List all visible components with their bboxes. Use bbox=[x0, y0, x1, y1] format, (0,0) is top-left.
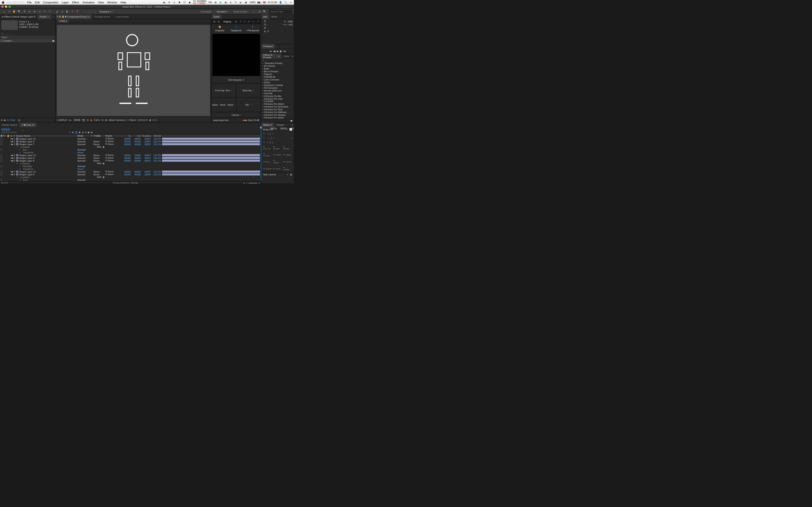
motion-curve-btn[interactable]: ∟ bbox=[267, 137, 270, 139]
local-axis[interactable]: ⫰ bbox=[83, 9, 87, 14]
motion-stare-button[interactable]: ✦ STARE bbox=[283, 166, 292, 171]
motion-knob[interactable] bbox=[263, 141, 265, 143]
motion-curve-btn[interactable]: ⌐ bbox=[267, 141, 269, 144]
rig-digitigrade[interactable]: 🐾Digitigrade bbox=[228, 25, 245, 32]
view-axis[interactable]: ⫮ bbox=[93, 9, 97, 14]
task-launch[interactable]: Task Launch▾🗑 bbox=[261, 172, 294, 177]
status-icon[interactable]: ◉ bbox=[188, 1, 191, 4]
first-frame-button[interactable]: ⏮ bbox=[269, 50, 272, 53]
menu-view[interactable]: View bbox=[98, 1, 104, 4]
motion-curve-btn[interactable]: ⌐ bbox=[267, 132, 269, 135]
menu-composition[interactable]: Composition bbox=[43, 1, 58, 4]
layer-row[interactable]: ▾ ■8Shape Layer 5Normal▾None▾⥀ None▾0000… bbox=[0, 173, 261, 176]
mag-dropdown[interactable]: ▫ (100%) ▾ bbox=[56, 119, 67, 121]
timeline-search[interactable]: ⌕ bbox=[22, 129, 23, 131]
motion-spin-button[interactable]: ✦ SPIN bbox=[273, 167, 282, 170]
graph-editor-button[interactable]: ⊞ bbox=[91, 131, 93, 134]
next-frame-button[interactable]: ▮▸ bbox=[280, 50, 282, 53]
current-timecode[interactable]: 00000 bbox=[1, 128, 19, 131]
pen-tool[interactable]: ✎ bbox=[42, 9, 47, 14]
menu-help[interactable]: Help bbox=[120, 1, 126, 4]
layer-row[interactable]: ▸ ■1Shape Layer 14Normal▾⥀ None▾00000000… bbox=[0, 137, 261, 140]
tab-info[interactable]: Info bbox=[261, 14, 269, 19]
volume-icon[interactable]: 🔈 bbox=[239, 1, 242, 4]
layer-row[interactable]: ▸ ■4Shape Layer 13Normal▾None▾⥀ None▾000… bbox=[0, 154, 261, 157]
bpc-toggle[interactable]: 8 bpc bbox=[10, 119, 15, 121]
back-leg-button[interactable]: Back leg ⤹ bbox=[237, 83, 261, 97]
project-item-comp1[interactable]: Comp 1 🖿 bbox=[0, 39, 55, 43]
tab-project[interactable]: Project ≡ bbox=[38, 14, 52, 19]
fx-category[interactable]: FxFactory Pro Halftones bbox=[261, 111, 294, 114]
menu-window[interactable]: Window bbox=[107, 1, 117, 4]
menu-effect[interactable]: Effect bbox=[72, 1, 79, 4]
layer-row[interactable]: ▸ ArmNormal▾ bbox=[0, 148, 261, 151]
workspace-standard[interactable]: Standard ≡ bbox=[214, 10, 231, 13]
panel-menu[interactable]: » bbox=[291, 124, 294, 126]
res-dropdown[interactable]: Full ▾ bbox=[94, 119, 100, 121]
frame-current[interactable]: 00000 bbox=[74, 119, 80, 121]
status-icon[interactable]: ⓘ bbox=[183, 1, 186, 4]
fx-category[interactable]: FxFactory Pro Glow bbox=[261, 108, 294, 111]
status-icon[interactable]: ▤ bbox=[224, 1, 227, 4]
fx-category[interactable]: francois-tarlier.com bbox=[261, 89, 294, 92]
brush-tool[interactable]: 🖌 bbox=[55, 9, 59, 14]
cancel-button[interactable]: Cancel « bbox=[211, 112, 261, 118]
rig-plantigrade[interactable]: 🚶• Plantigrade bbox=[245, 25, 261, 32]
status-icon[interactable]: ⊞ bbox=[214, 1, 217, 4]
toggle-switches-button[interactable]: ⊕ ⊡ {} bbox=[1, 182, 8, 183]
motion-curve-btn[interactable]: ⌐ bbox=[273, 137, 274, 139]
layer-row[interactable]: ▾ ■6Shape Layer 6Normal▾None▾⥀ None▾0000… bbox=[0, 159, 261, 162]
spotlight-icon[interactable]: 🔍 bbox=[284, 1, 287, 4]
motion-excite-button[interactable]: ✦ EXCITE bbox=[263, 145, 272, 151]
motion-orbit-button[interactable]: ✦ ORBIT bbox=[273, 159, 282, 164]
panel-menu[interactable]: » bbox=[52, 15, 55, 18]
status-icon[interactable]: ⟳ bbox=[168, 1, 171, 4]
motion-curve-btn[interactable]: │ bbox=[270, 141, 271, 144]
motion-null-button[interactable]: ✦ NULL bbox=[263, 160, 272, 164]
motion-curve-btn[interactable]: ¬ bbox=[272, 132, 273, 135]
layer-row[interactable]: ▸ ■5Shape Layer 8Normal▾None▾⥀ None▾0000… bbox=[0, 157, 261, 159]
fx-category[interactable]: FxFactory Pro Distort bbox=[261, 103, 294, 105]
motion-burst-button[interactable]: ✦ BURST bbox=[283, 145, 292, 151]
notifications-icon[interactable]: ≡ bbox=[289, 1, 292, 4]
rig-ungulate[interactable]: 🐴Ungulate bbox=[211, 25, 228, 32]
roto-tool[interactable]: ✧ bbox=[70, 9, 74, 14]
motion-clone-button[interactable]: ✦ CLONE bbox=[263, 152, 272, 157]
frame-blend-toggle[interactable]: ⧈ bbox=[85, 131, 87, 134]
tl-tool[interactable]: ◐ bbox=[79, 131, 81, 134]
duik-settings-icon[interactable]: ? bbox=[256, 20, 260, 23]
fx-category[interactable]: Audio bbox=[261, 67, 294, 70]
fx-category[interactable]: Distort bbox=[261, 81, 294, 84]
layer-row[interactable]: ▾ ContentsAdd: ◑ bbox=[0, 146, 261, 148]
menu-layer[interactable]: Layer bbox=[62, 1, 69, 4]
user-icon[interactable]: 👤 bbox=[279, 1, 282, 4]
cc-icon[interactable]: ◧ bbox=[219, 1, 222, 4]
toggle-modes-button[interactable]: Toggle Switches / Modes bbox=[113, 182, 139, 183]
minimize-button[interactable] bbox=[5, 5, 7, 8]
menu-edit[interactable]: Edit bbox=[35, 1, 40, 4]
last-frame-button[interactable]: ⏭ bbox=[284, 50, 286, 53]
workspace-small[interactable]: Small Screen bbox=[231, 10, 250, 13]
bluetooth-icon[interactable]: ⧖ bbox=[229, 1, 232, 4]
fx-category[interactable]: Blur & Sharpen bbox=[261, 70, 294, 73]
motion-blur-toggle[interactable]: ◉ bbox=[88, 131, 90, 134]
grid-button[interactable]: ⊞ bbox=[105, 119, 107, 121]
fx-category[interactable]: FxFactory Pro Blur bbox=[261, 95, 294, 98]
full-character-button[interactable]: Full character ⋔ bbox=[211, 77, 261, 83]
tl-tool[interactable]: ⥊ bbox=[69, 131, 71, 134]
duik-url[interactable]: www.duduf.net bbox=[213, 119, 229, 121]
menu-animation[interactable]: Animation bbox=[83, 1, 95, 4]
layer-row[interactable]: ▾ ContentsAdd: ◑ bbox=[0, 176, 261, 178]
tab-footage[interactable]: Footage (none) bbox=[92, 15, 113, 18]
menu-file[interactable]: File bbox=[27, 1, 32, 4]
layer-row[interactable]: ▸ FootNormal▾ bbox=[0, 178, 261, 181]
maximize-button[interactable] bbox=[8, 5, 11, 8]
search-icon[interactable]: 🔍 bbox=[262, 9, 267, 14]
world-axis[interactable]: ⫯ bbox=[88, 9, 92, 14]
tab-render-queue[interactable]: Render Queue bbox=[0, 122, 19, 127]
fx-category[interactable]: Color Correction bbox=[261, 78, 294, 81]
front-leg-button[interactable]: Front leg / Arm ⤵ bbox=[211, 83, 237, 97]
timemachine-icon[interactable]: ↻ bbox=[234, 1, 237, 4]
motion-blend-button[interactable]: ✦ BLEND bbox=[273, 145, 282, 151]
motion-link-icon[interactable]: ↕ bbox=[291, 137, 293, 139]
